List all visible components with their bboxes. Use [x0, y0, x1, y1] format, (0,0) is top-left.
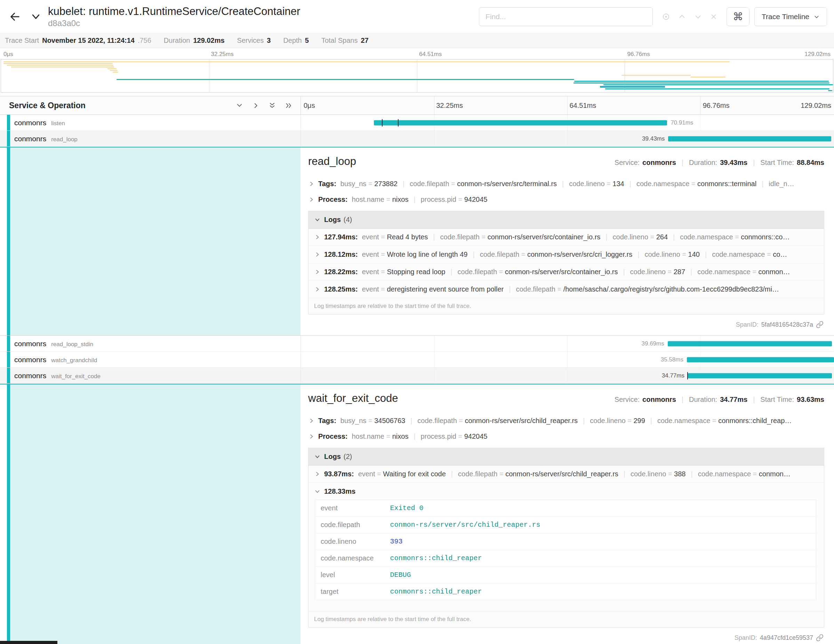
minimap-span — [113, 72, 119, 73]
kv-pair: code.namespace = conmonrs::child_reap… — [657, 417, 792, 424]
service-operation-header: Service & Operation — [9, 101, 86, 110]
next-match-button[interactable] — [694, 13, 702, 21]
span-row-listen[interactable]: conmonrslisten 70.91ms — [0, 115, 834, 131]
log-fields-table: eventExited 0code.filepathconmon-rs/serv… — [315, 500, 816, 600]
log-entry[interactable]: 128.12ms:event = Wrote log line of lengt… — [309, 246, 824, 264]
logs-footnote: Log timestamps are relative to the start… — [309, 611, 824, 627]
logs-header[interactable]: Logs (4) — [309, 211, 824, 228]
expand-all-button[interactable] — [285, 102, 292, 109]
trace-start-summary: Trace Start November 15 2022, 11:24:14.7… — [5, 37, 151, 45]
minimap-tick: 96.76ms — [627, 51, 650, 58]
tags-row[interactable]: Tags: busy_ns = 34506763|code.filepath =… — [308, 413, 824, 429]
kv-pair: event = Stopping read loop — [362, 268, 446, 275]
trace-view-selector[interactable]: Trace Timeline — [754, 7, 827, 26]
axis-tick: 129.02ms — [801, 102, 831, 110]
span-bar[interactable] — [668, 341, 832, 346]
span-duration-label: 39.69ms — [642, 340, 664, 347]
log-entry[interactable]: 128.25ms:event = deregistering event sou… — [309, 281, 824, 298]
double-chevron-right-icon — [285, 102, 292, 109]
minimap-span — [574, 83, 830, 84]
span-bar[interactable] — [668, 136, 831, 141]
log-field-row: eventExited 0 — [315, 500, 816, 517]
kv-pair: code.namespace = conmon… — [697, 268, 790, 275]
detail-left-gutter — [0, 384, 301, 644]
chevron-down-icon — [314, 453, 321, 460]
minimap-canvas[interactable] — [1, 59, 833, 92]
copy-link-icon[interactable] — [816, 634, 824, 642]
log-field-value: DEBUG — [385, 567, 816, 584]
keyboard-shortcuts-button[interactable]: ⌘ — [727, 7, 750, 26]
target-icon — [662, 13, 670, 21]
span-timeline-cell[interactable]: 35.58ms — [301, 352, 834, 367]
process-row[interactable]: Process: host.name = nixos|process.pid =… — [308, 192, 824, 207]
prev-match-button[interactable] — [678, 13, 686, 21]
log-field-key: level — [315, 567, 385, 584]
span-bar[interactable] — [688, 373, 832, 378]
logs-section: Logs (4) 127.94ms:event = Read 4 bytes|c… — [308, 211, 824, 314]
span-name-cell[interactable]: conmonrslisten — [0, 115, 301, 131]
kv-pair: code.namespace = co… — [712, 251, 787, 258]
depth-summary: Depth 5 — [283, 37, 309, 45]
span-name-cell[interactable]: conmonrswait_for_exit_code — [0, 368, 301, 383]
timeline-axis: 0μs 32.25ms 64.51ms 96.76ms 129.02ms — [301, 96, 834, 115]
log-kv-line: event = Read 4 bytes|code.filepath = con… — [362, 233, 818, 241]
log-entry[interactable]: 93.87ms:event = Waiting for exit code|co… — [309, 466, 824, 483]
span-timeline-cell[interactable]: 39.43ms — [301, 131, 834, 146]
kv-pair: event = Waiting for exit code — [358, 470, 446, 478]
log-entry[interactable]: 128.22ms:event = Stopping read loop|code… — [309, 264, 824, 281]
span-bar[interactable] — [687, 357, 834, 362]
span-row-read-loop-stdin[interactable]: conmonrsread_loop_stdin 39.69ms — [0, 336, 834, 352]
log-kv-line: event = Waiting for exit code|code.filep… — [358, 470, 818, 478]
minimap-span — [3, 63, 112, 64]
service-color-strip — [7, 368, 10, 383]
log-marker — [687, 372, 688, 379]
kv-pair: event = deregistering event source from … — [362, 285, 504, 293]
copy-link-icon[interactable] — [816, 321, 824, 328]
log-field-value: Exited 0 — [385, 500, 816, 517]
chevron-right-icon — [308, 181, 315, 187]
axis-tick: 64.51ms — [570, 102, 596, 110]
minimap-tick: 129.02ms — [805, 51, 831, 58]
span-name-cell[interactable]: conmonrswatch_grandchild — [0, 352, 301, 367]
minimap-span — [11, 66, 115, 68]
logs-header[interactable]: Logs (2) — [309, 448, 824, 466]
kv-pair: process.pid = 942045 — [421, 432, 488, 440]
find-input[interactable] — [479, 7, 653, 26]
collapse-trace-header-button[interactable] — [31, 11, 41, 22]
collapse-all-button[interactable] — [268, 102, 276, 109]
log-entry[interactable]: 127.94ms:event = Read 4 bytes|code.filep… — [309, 228, 824, 246]
kv-pair: code.namespace = conmonrs::co… — [680, 233, 789, 241]
close-icon — [710, 13, 718, 21]
log-field-row: code.filepathconmon-rs/server/src/child_… — [315, 517, 816, 533]
double-chevron-down-icon — [268, 102, 276, 109]
span-name-cell[interactable]: conmonrsread_loop_stdin — [0, 336, 301, 351]
log-entry-expanded[interactable]: 128.33mseventExited 0code.filepathconmon… — [309, 483, 824, 611]
span-timeline-cell[interactable]: 70.91ms — [301, 115, 834, 131]
span-timeline-cell[interactable]: 39.69ms — [301, 336, 834, 351]
operation-name: wait_for_exit_code — [51, 373, 100, 380]
focus-match-button[interactable] — [662, 13, 670, 21]
process-kv-line: host.name = nixos|process.pid = 942045 — [352, 196, 824, 204]
kv-pair: event = Read 4 bytes — [362, 233, 428, 241]
span-row-wait-for-exit-code[interactable]: conmonrswait_for_exit_code 34.77ms — [0, 368, 834, 384]
span-name-cell[interactable]: conmonrsread_loop — [0, 131, 301, 146]
span-row-read-loop[interactable]: conmonrsread_loop 39.43ms — [0, 131, 834, 147]
tags-row[interactable]: Tags: busy_ns = 273882|code.filepath = c… — [308, 176, 824, 192]
kv-pair: code.filepath = conmon-rs/server/src/chi… — [458, 470, 618, 478]
span-bar[interactable] — [374, 120, 667, 125]
process-row[interactable]: Process: host.name = nixos|process.pid =… — [308, 429, 824, 444]
span-id-row: SpanID: 5faf48165428c37a — [308, 314, 824, 330]
axis-tick: 0μs — [304, 102, 315, 110]
clear-search-button[interactable] — [710, 13, 718, 21]
service-color-strip — [7, 336, 10, 351]
horizontal-scrollbar-thumb[interactable] — [0, 641, 57, 644]
services-summary: Services 3 — [237, 37, 271, 45]
span-timeline-cell[interactable]: 34.77ms — [301, 368, 834, 383]
expand-one-button[interactable] — [252, 102, 259, 109]
minimap-span — [3, 61, 730, 62]
trace-summary-bar: Trace Start November 15 2022, 11:24:14.7… — [0, 33, 834, 48]
collapse-one-button[interactable] — [236, 102, 243, 109]
back-button[interactable] — [9, 11, 21, 23]
span-row-watch-grandchild[interactable]: conmonrswatch_grandchild 35.58ms — [0, 352, 834, 368]
minimap-tick: 0μs — [3, 51, 13, 58]
